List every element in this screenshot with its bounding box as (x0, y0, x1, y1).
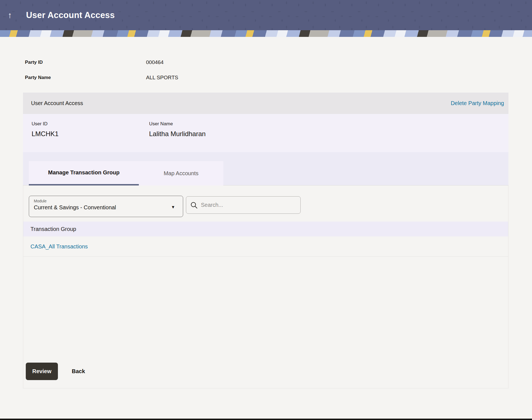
user-id-column: User ID LMCHK1 (32, 121, 149, 152)
user-name-label: User Name (149, 121, 267, 127)
user-name-value: Lalitha Murlidharan (149, 130, 267, 138)
user-id-value: LMCHK1 (32, 130, 149, 138)
back-button[interactable]: Back (72, 368, 85, 375)
review-button[interactable]: Review (26, 363, 58, 380)
chevron-down-icon: ▼ (171, 205, 175, 209)
module-select-label: Module (34, 199, 169, 203)
tabs-bar: Manage Transaction Group Map Accounts (23, 152, 508, 185)
party-name-label: Party Name (25, 74, 146, 82)
search-box (186, 196, 301, 214)
user-name-column: User Name Lalitha Murlidharan (149, 121, 267, 152)
party-summary: Party ID 000464 Party Name ALL SPORTS (0, 37, 532, 82)
delete-party-mapping-link[interactable]: Delete Party Mapping (451, 100, 504, 106)
filter-row: Module Current & Savings - Conventional … (23, 185, 508, 217)
tab-manage-transaction-group[interactable]: Manage Transaction Group (29, 161, 139, 185)
party-id-row: Party ID 000464 (25, 58, 532, 66)
action-buttons: Review Back (23, 363, 508, 388)
transaction-group-link[interactable]: CASA_All Transactions (30, 243, 88, 250)
transaction-group-column-header: Transaction Group (30, 226, 76, 232)
party-id-value: 000464 (146, 58, 163, 66)
user-account-access-panel: User Account Access Delete Party Mapping… (23, 93, 508, 388)
user-info-section: User ID LMCHK1 User Name Lalitha Murlidh… (23, 114, 508, 152)
module-select-value: Current & Savings - Conventional (34, 204, 169, 211)
decorative-stripe-banner (0, 30, 532, 37)
page-header: ↑ User Account Access (0, 0, 532, 30)
tab-map-accounts[interactable]: Map Accounts (139, 161, 223, 185)
user-id-label: User ID (32, 121, 149, 127)
module-select[interactable]: Module Current & Savings - Conventional … (29, 196, 183, 217)
panel-header: User Account Access Delete Party Mapping (23, 93, 508, 114)
panel-title: User Account Access (31, 100, 83, 106)
search-icon (190, 202, 198, 209)
party-id-label: Party ID (25, 58, 146, 66)
table-row: CASA_All Transactions (23, 236, 508, 257)
scroll-up-arrow-icon[interactable]: ↑ (8, 11, 17, 19)
tab-list: Manage Transaction Group Map Accounts (29, 161, 223, 185)
page-title: User Account Access (26, 10, 115, 20)
tab-content: Module Current & Savings - Conventional … (23, 185, 508, 388)
footer-bar (0, 419, 532, 420)
party-name-row: Party Name ALL SPORTS (25, 74, 532, 82)
empty-space (23, 257, 508, 363)
search-input[interactable] (201, 202, 292, 208)
party-name-value: ALL SPORTS (146, 74, 178, 82)
table-header-row: Transaction Group (23, 222, 508, 236)
